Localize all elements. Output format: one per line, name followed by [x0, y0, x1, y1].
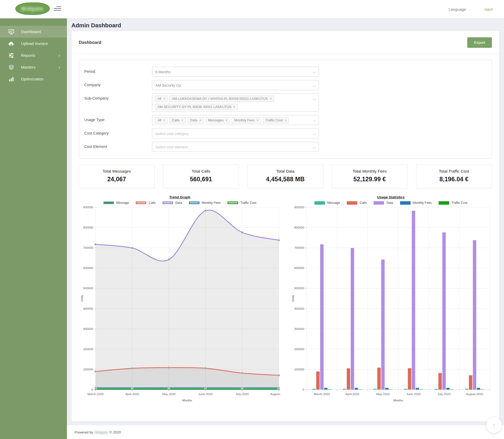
footer-powered-by: Powered by [75, 430, 93, 434]
tag-remove-icon[interactable]: × [225, 118, 228, 122]
legend-label: Message [116, 201, 129, 205]
tag-remove-icon[interactable]: × [199, 118, 201, 122]
svg-text:Units: Units [291, 295, 295, 302]
tag-remove-icon[interactable]: × [285, 118, 287, 122]
tag-remove-icon[interactable]: × [270, 97, 272, 101]
selected-tag: All× [155, 117, 167, 123]
svg-text:April-2020: April-2020 [125, 392, 139, 396]
chevron-right-icon: › [59, 53, 60, 58]
user-menu[interactable]: Harri [485, 7, 493, 12]
sidebar-item-label: Upload Invoice [21, 41, 48, 46]
legend-label: Data [175, 201, 182, 205]
svg-text:0: 0 [92, 388, 93, 391]
trend-graph-svg: 0100000200000300000400000500000600000700… [79, 205, 281, 402]
usage-type-select[interactable]: All×Calls×Data×Messages×Monthly Fees×Tra… [152, 115, 319, 125]
stat-label: Total Messages [81, 169, 153, 174]
language-menu[interactable]: Language [449, 7, 466, 12]
cost-category-select[interactable]: Select cost-category [152, 128, 319, 138]
svg-text:200000: 200000 [83, 348, 93, 351]
trend-graph-legend: MessageCallsDataMonthly FeesTraffic Cost [79, 201, 281, 205]
filter-row-company: CompanyAM Security Oy [84, 80, 485, 90]
svg-text:March-2020: March-2020 [314, 392, 330, 396]
stat-card-total-data: Total Data4,454,588 MB [247, 164, 323, 188]
svg-text:June-2020: June-2020 [198, 392, 213, 396]
filter-row-period: Period6 Months [84, 67, 485, 77]
stat-value: 52,129.99 € [334, 176, 406, 183]
legend-item-traffic-cost[interactable]: Traffic Cost [228, 201, 256, 205]
svg-text:300000: 300000 [83, 327, 93, 330]
tag-remove-icon[interactable]: × [233, 105, 235, 109]
select-placeholder: Select cost-element [155, 145, 188, 149]
legend-label: Monthly Fees [202, 201, 221, 205]
sub-company-select[interactable]: All×AM LUKKOASEMA OY / VANTAA PL 80028 0… [152, 94, 319, 112]
app-logo-text: Bidgate [22, 6, 44, 12]
svg-text:600000: 600000 [294, 266, 304, 270]
legend-swatch [136, 202, 146, 204]
legend-label: Traffic Cost [452, 201, 468, 205]
legend-item-message[interactable]: Message [103, 201, 129, 205]
svg-text:Months: Months [182, 399, 192, 402]
stat-card-total-monthly-fees: Total Monthly Fees52,129.99 € [332, 164, 408, 188]
svg-text:500000: 500000 [294, 287, 304, 290]
legend-label: Calls [360, 201, 367, 205]
tag-remove-icon[interactable]: × [181, 118, 183, 122]
usage-statistics-legend: MessageCallsDataMonthly FeesTraffic Cost [290, 201, 492, 205]
sidebar-item-masters[interactable]: Masters› [0, 61, 67, 73]
trend-graph-title: Trend Graph [79, 195, 281, 199]
svg-text:July-2020: July-2020 [438, 392, 451, 396]
selected-tag: Messages× [206, 117, 230, 123]
dashboard-icon [8, 28, 15, 35]
svg-text:April-2020: April-2020 [345, 392, 359, 396]
cloud-upload-icon [8, 40, 15, 47]
chevron-right-icon: › [59, 65, 60, 70]
svg-text:300000: 300000 [294, 327, 304, 330]
filter-label: Cost Element [84, 142, 152, 152]
period-select[interactable]: 6 Months [152, 67, 319, 77]
svg-text:May-2020: May-2020 [162, 392, 176, 396]
svg-text:900000: 900000 [83, 206, 93, 209]
legend-item-calls[interactable]: Calls [136, 201, 156, 205]
svg-text:700000: 700000 [294, 246, 304, 249]
legend-item-data[interactable]: Data [374, 201, 393, 205]
legend-item-message[interactable]: Message [314, 201, 340, 205]
export-button[interactable]: Export [467, 37, 492, 48]
legend-item-calls[interactable]: Calls [347, 201, 367, 205]
sidebar-item-dashboard[interactable]: Dashboard [0, 26, 67, 38]
selected-value: 6 Months [155, 70, 171, 74]
scroll-top-button[interactable]: ↑ [486, 417, 502, 433]
sidebar-item-label: Reports [21, 53, 35, 58]
selected-tag: AM LUKKOASEMA OY / VANTAA PL 80028 00021… [169, 96, 274, 102]
legend-label: Monthly Fees [413, 201, 432, 205]
svg-text:0: 0 [303, 388, 304, 391]
legend-swatch [103, 202, 114, 204]
legend-swatch [314, 201, 325, 205]
legend-swatch [347, 201, 357, 205]
cost-element-select[interactable]: Select cost-element [152, 142, 319, 152]
stat-value: 4,454,588 MB [249, 176, 321, 183]
svg-text:800000: 800000 [294, 226, 304, 229]
filter-label: Cost Category [84, 128, 152, 138]
tag-remove-icon[interactable]: × [163, 118, 165, 122]
tag-remove-icon[interactable]: × [257, 118, 259, 122]
selected-tag: All× [155, 96, 167, 102]
tag-remove-icon[interactable]: × [163, 97, 165, 101]
trend-graph-panel: Trend Graph MessageCallsDataMonthly Fees… [79, 195, 281, 404]
menu-toggle-icon[interactable] [54, 6, 61, 12]
usage-statistics-panel: Usage Statistics MessageCallsDataMonthly… [290, 195, 492, 404]
stat-label: Total Data [249, 169, 321, 174]
legend-item-monthly-fees[interactable]: Monthly Fees [400, 201, 432, 205]
sidebar-item-upload-invoice[interactable]: Upload Invoice [0, 38, 67, 49]
legend-item-traffic-cost[interactable]: Traffic Cost [439, 201, 468, 205]
svg-text:400000: 400000 [83, 307, 93, 310]
filter-label: Period [84, 67, 152, 77]
filters-panel: Period6 MonthsCompanyAM Security OySub-C… [79, 60, 492, 159]
svg-text:500000: 500000 [83, 287, 93, 290]
company-select[interactable]: AM Security Oy [152, 80, 319, 90]
legend-swatch [400, 201, 411, 205]
legend-swatch [162, 202, 173, 204]
legend-item-monthly-fees[interactable]: Monthly Fees [189, 201, 221, 205]
sidebar-item-reports[interactable]: Reports› [0, 49, 67, 61]
sidebar-item-optimization[interactable]: Optimization [0, 73, 67, 85]
legend-item-data[interactable]: Data [162, 201, 182, 205]
filter-label: Sub-Company [84, 94, 152, 112]
